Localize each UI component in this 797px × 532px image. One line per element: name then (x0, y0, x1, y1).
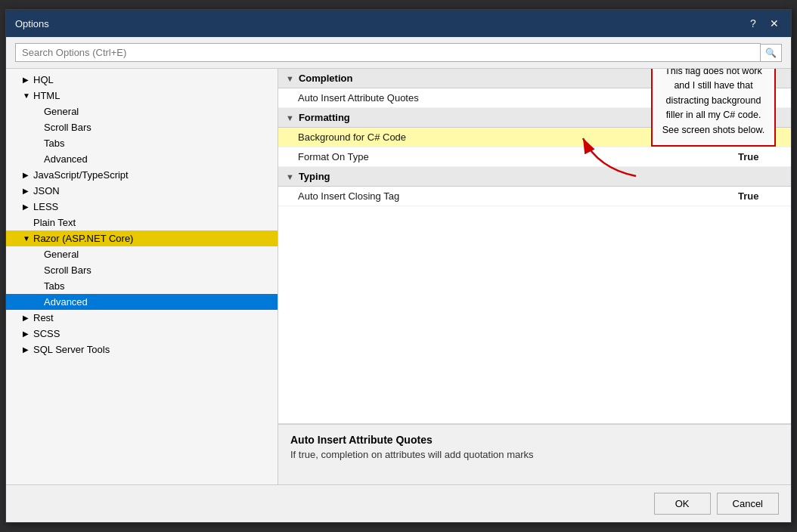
sidebar-label: General (44, 106, 79, 117)
sidebar-label: HQL (33, 74, 54, 85)
arrow-icon: ▶ (23, 345, 33, 354)
option-name: Format On Type (298, 151, 738, 162)
arrow-spacer (33, 107, 44, 116)
sidebar-item-plaintext[interactable]: Plain Text (6, 215, 278, 230)
sidebar-label: Razor (ASP.NET Core) (33, 233, 133, 244)
option-row-auto-insert-closing-tag[interactable]: Auto Insert Closing Tag True (278, 187, 791, 206)
sidebar-item-razor-general[interactable]: General (6, 246, 278, 262)
options-dialog: Options ? ✕ 🔍 ▶ HQL ▼ HTML (5, 9, 792, 523)
annotation-box: This flag does not work and I still have… (651, 69, 776, 147)
help-button[interactable]: ? (746, 16, 761, 31)
ok-button[interactable]: OK (654, 493, 711, 515)
search-input[interactable] (15, 43, 761, 62)
sidebar-label: JSON (33, 185, 60, 196)
sidebar-item-razor-advanced[interactable]: Advanced (6, 294, 278, 310)
titlebar-buttons: ? ✕ (746, 16, 782, 31)
arrow-spacer (23, 218, 33, 227)
section-arrow-icon: ▼ (286, 172, 294, 181)
sidebar-label: Plain Text (33, 217, 76, 228)
sidebar-item-html-scrollbars[interactable]: Scroll Bars (6, 119, 278, 135)
dialog-footer: OK Cancel (6, 484, 791, 522)
sidebar-item-hql[interactable]: ▶ HQL (6, 72, 278, 88)
description-panel: Auto Insert Attribute Quotes If true, co… (278, 424, 791, 484)
section-label: Formatting (299, 112, 350, 123)
arrow-spacer (33, 282, 44, 290)
sidebar-label: General (44, 249, 79, 260)
options-content: ▼ Completion Auto Insert Attribute Quote… (278, 69, 791, 206)
options-table: ▼ Completion Auto Insert Attribute Quote… (278, 69, 791, 424)
arrow-icon: ▶ (23, 187, 33, 195)
sidebar-item-html-tabs[interactable]: Tabs (6, 135, 278, 151)
annotation-arrow (575, 123, 643, 184)
arrow-icon: ▶ (23, 329, 33, 338)
sidebar-item-javascript[interactable]: ▶ JavaScript/TypeScript (6, 167, 278, 183)
sidebar: ▶ HQL ▼ HTML General Scroll Bars (6, 69, 278, 484)
section-arrow-icon: ▼ (286, 113, 294, 122)
arrow-spacer (33, 266, 44, 274)
sidebar-label: LESS (33, 201, 58, 212)
sidebar-item-razor-scrollbars[interactable]: Scroll Bars (6, 262, 278, 278)
dialog-title: Options (15, 18, 49, 29)
option-value: True (738, 190, 783, 202)
sidebar-item-scss[interactable]: ▶ SCSS (6, 326, 278, 342)
arrow-icon: ▶ (23, 76, 33, 84)
arrow-spacer (33, 155, 44, 163)
arrow-icon: ▶ (23, 203, 33, 211)
sidebar-item-html-advanced[interactable]: Advanced (6, 151, 278, 167)
dialog-body: 🔍 ▶ HQL ▼ HTML General (6, 37, 791, 484)
section-arrow-icon: ▼ (286, 74, 294, 83)
sidebar-item-razor[interactable]: ▼ Razor (ASP.NET Core) (6, 230, 278, 246)
option-value: True (738, 151, 783, 162)
arrow-spacer (33, 298, 44, 306)
sidebar-item-razor-tabs[interactable]: Tabs (6, 278, 278, 294)
option-row-format-on-type[interactable]: Format On Type True (278, 147, 791, 167)
arrow-icon: ▶ (23, 171, 33, 179)
sidebar-label: SQL Server Tools (33, 344, 110, 355)
sidebar-label: JavaScript/TypeScript (33, 169, 129, 181)
sidebar-item-html[interactable]: ▼ HTML (6, 88, 278, 104)
section-label: Completion (299, 73, 353, 84)
sidebar-label: Rest (33, 312, 54, 323)
main-panel: ▼ Completion Auto Insert Attribute Quote… (278, 69, 791, 484)
sidebar-label: HTML (33, 90, 60, 101)
sidebar-label: Tabs (44, 138, 64, 149)
arrow-spacer (33, 139, 44, 147)
description-title: Auto Insert Attribute Quotes (290, 434, 779, 446)
arrow-icon: ▼ (23, 234, 33, 243)
sidebar-label: Scroll Bars (44, 122, 91, 133)
section-typing[interactable]: ▼ Typing (278, 167, 791, 187)
sidebar-item-rest[interactable]: ▶ Rest (6, 310, 278, 326)
sidebar-item-sqlservertools[interactable]: ▶ SQL Server Tools (6, 342, 278, 357)
option-name: Auto Insert Closing Tag (298, 190, 738, 202)
arrow-icon: ▼ (23, 91, 33, 100)
close-button[interactable]: ✕ (767, 16, 782, 31)
sidebar-item-html-general[interactable]: General (6, 104, 278, 119)
description-text: If true, completion on attributes will a… (290, 449, 779, 460)
annotation-text: This flag does not work and I still have… (662, 69, 765, 135)
search-button[interactable]: 🔍 (761, 44, 782, 62)
cancel-button[interactable]: Cancel (717, 493, 779, 515)
sidebar-item-json[interactable]: ▶ JSON (6, 183, 278, 199)
arrow-spacer (33, 250, 44, 258)
sidebar-label: Advanced (44, 296, 88, 308)
arrow-spacer (33, 123, 44, 131)
sidebar-label: Advanced (44, 153, 88, 165)
sidebar-label: SCSS (33, 328, 60, 339)
search-bar: 🔍 (6, 37, 791, 69)
sidebar-label: Scroll Bars (44, 264, 91, 276)
content-area: ▶ HQL ▼ HTML General Scroll Bars (6, 69, 791, 484)
sidebar-label: Tabs (44, 280, 64, 292)
sidebar-item-less[interactable]: ▶ LESS (6, 199, 278, 215)
arrow-icon: ▶ (23, 314, 33, 322)
titlebar: Options ? ✕ (6, 10, 791, 37)
section-label: Typing (299, 171, 330, 182)
